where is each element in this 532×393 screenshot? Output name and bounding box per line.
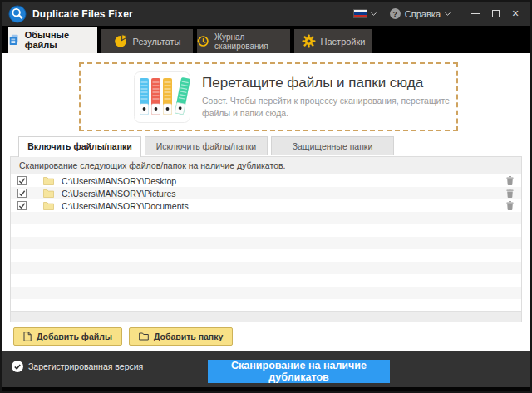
folder-icon (43, 201, 54, 210)
delete-row-button[interactable] (506, 201, 514, 210)
scan-list: C:\Users\MANSORY\Desktop C:\Users\MANSOR… (11, 174, 521, 212)
close-icon: ✕ (511, 9, 519, 18)
folder-path: C:\Users\MANSORY\Desktop (62, 176, 176, 186)
maximize-button[interactable] (485, 2, 505, 26)
tab-label: Обычные файлы (25, 30, 97, 50)
folder-icon (43, 189, 54, 198)
registered-label: Зарегистрированная версия (28, 361, 143, 371)
minimize-button[interactable] (466, 2, 485, 26)
tab-label: Настройки (321, 37, 366, 47)
minimize-icon (471, 13, 480, 14)
footer-bar: Зарегистрированная версия Сканирование н… (2, 351, 530, 391)
pie-chart-icon (114, 34, 128, 48)
trash-icon (506, 201, 514, 210)
folder-icon (43, 176, 54, 185)
content-area: Перетащите файлы и папки сюда Совет. Что… (2, 53, 530, 351)
chevron-down-icon (371, 12, 377, 16)
folder-subtabs: Включить файлы/папки Исключить файлы/пап… (18, 136, 394, 157)
scan-list-panel: Сканирование следующих файлов/папок на н… (10, 156, 522, 322)
close-button[interactable]: ✕ (505, 2, 525, 26)
row-checkbox[interactable] (17, 189, 27, 198)
app-window: Duplicate Files Fixer ? Справка ✕ Обы (0, 0, 532, 393)
row-checkbox[interactable] (17, 176, 27, 185)
tab-scan-history[interactable]: Журнал сканирования (197, 29, 290, 53)
folder-icon (139, 332, 149, 341)
file-icon (23, 332, 32, 341)
scan-list-header: Сканирование следующих файлов/папок на н… (11, 157, 521, 174)
delete-row-button[interactable] (506, 176, 514, 185)
maximize-icon (492, 10, 500, 17)
gear-icon (302, 34, 316, 48)
registered-status: Зарегистрированная версия (12, 361, 143, 372)
add-folder-label: Добавить папку (154, 332, 223, 341)
scan-list-row: C:\Users\MANSORY\Desktop (11, 174, 521, 187)
titlebar: Duplicate Files Fixer ? Справка ✕ (2, 2, 530, 26)
action-buttons: Добавить файлы Добавить папку (13, 327, 233, 346)
empty-rows (11, 212, 521, 311)
dropzone-subtitle: Совет. Чтобы перейти к процессу сканиров… (202, 95, 461, 118)
app-logo-icon (8, 5, 27, 23)
help-menu[interactable]: ? Справка (390, 8, 451, 19)
dropzone-title: Перетащите файлы и папки сюда (202, 75, 461, 91)
subtab-exclude[interactable]: Исключить файлы/папки (145, 136, 268, 155)
language-selector[interactable] (353, 9, 377, 18)
trash-icon (506, 176, 514, 185)
check-circle-icon (12, 361, 23, 372)
folder-path: C:\Users\MANSORY\Documents (62, 201, 189, 211)
folder-path: C:\Users\MANSORY\Pictures (62, 189, 176, 199)
main-tabs: Обычные файлы Результаты Журнал сканиров… (2, 26, 530, 53)
tab-regular-files[interactable]: Обычные файлы (8, 27, 97, 53)
subtab-protected[interactable]: Защищенные папки (271, 136, 394, 155)
panel-bottom-strip (11, 311, 521, 322)
binders-illustration-icon (134, 71, 190, 123)
drag-drop-zone[interactable]: Перетащите файлы и папки сюда Совет. Что… (79, 62, 458, 131)
tab-label: Журнал сканирования (214, 32, 290, 51)
help-label: Справка (405, 9, 441, 19)
add-folder-button[interactable]: Добавить папку (129, 327, 233, 346)
scan-button[interactable]: Сканирование на наличие дубликатов (208, 360, 390, 383)
scan-history-icon (197, 34, 209, 48)
scan-list-row: C:\Users\MANSORY\Pictures (11, 187, 521, 199)
row-checkbox[interactable] (17, 201, 27, 210)
delete-row-button[interactable] (506, 189, 514, 198)
tab-results[interactable]: Результаты (101, 29, 193, 53)
question-icon: ? (390, 8, 401, 19)
files-icon (8, 33, 20, 47)
tab-label: Результаты (133, 37, 181, 47)
trash-icon (506, 189, 514, 198)
app-title: Duplicate Files Fixer (32, 8, 133, 20)
tab-settings[interactable]: Настройки (294, 29, 372, 53)
subtab-include[interactable]: Включить файлы/папки (18, 136, 141, 157)
add-files-label: Добавить файлы (37, 332, 112, 341)
add-files-button[interactable]: Добавить файлы (13, 327, 122, 346)
chevron-down-icon (445, 12, 451, 16)
russia-flag-icon (353, 9, 367, 18)
scan-list-row: C:\Users\MANSORY\Documents (11, 199, 521, 212)
